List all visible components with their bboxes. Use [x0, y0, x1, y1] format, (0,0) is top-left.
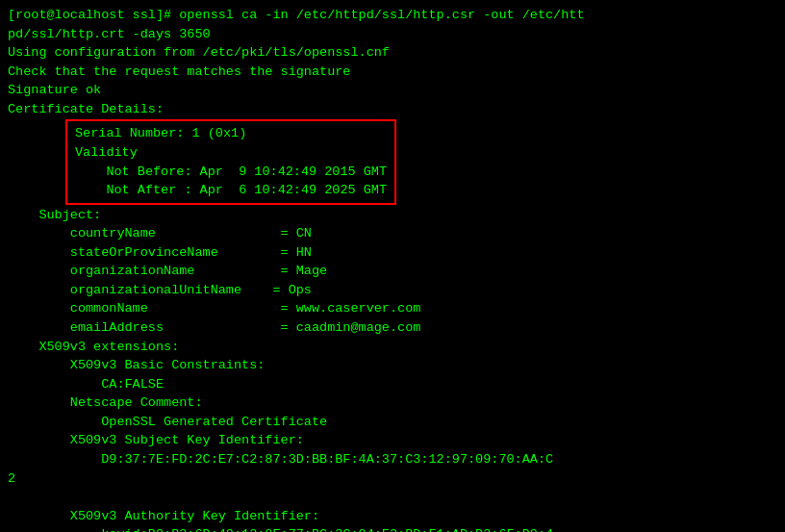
authkey-val-line: keyid:B0:B3:6D:48:12:8E:77:BC:3C:84:F2:B… [8, 525, 777, 532]
cmd-wrap: pd/ssl/http.crt -days 3650 [8, 25, 777, 44]
validity-line: Validity [75, 143, 387, 163]
subject-line: Subject: [8, 206, 777, 225]
check-line: Check that the request matches the signa… [8, 63, 777, 82]
openssl-gen-line: OpenSSL Generated Certificate [8, 413, 777, 432]
orgunit-line: organizationalUnitName = Ops [8, 281, 777, 300]
terminal-window: [root@localhost ssl]# openssl ca -in /et… [0, 0, 785, 532]
subjectkey-line: X509v3 Subject Key Identifier: [8, 431, 777, 450]
basic-line: X509v3 Basic Constraints: [8, 356, 777, 375]
org-line: organizationName = Mage [8, 262, 777, 281]
cert-details-line: Certificate Details: [8, 100, 777, 119]
not-after-line: Not After : Apr 6 10:42:49 2025 GMT [75, 181, 387, 200]
blank-line [8, 488, 777, 507]
sig-line: Signature ok [8, 81, 777, 100]
num2-line: 2 [8, 469, 777, 489]
authkey-line: X509v3 Authority Key Identifier: [8, 507, 777, 526]
country-line: countryName = CN [8, 224, 777, 243]
email-line: emailAddress = caadmin@mage.com [8, 318, 777, 338]
x509v3-line: X509v3 extensions: [8, 338, 777, 357]
subjectkey-val-line: D9:37:7E:FD:2C:E7:C2:87:3D:BB:BF:4A:37:C… [8, 450, 777, 469]
cafalse-line: CA:FALSE [8, 375, 777, 394]
netscape-line: Netscape Comment: [8, 393, 777, 413]
cmd-line: [root@localhost ssl]# openssl ca -in /et… [8, 6, 777, 25]
not-before-line: Not Before: Apr 9 10:42:49 2015 GMT [75, 163, 387, 182]
serial-line: Serial Number: 1 (0x1) [75, 124, 387, 143]
state-line: stateOrProvinceName = HN [8, 243, 777, 263]
config-line: Using configuration from /etc/pki/tls/op… [8, 43, 777, 63]
common-line: commonName = www.caserver.com [8, 299, 777, 318]
